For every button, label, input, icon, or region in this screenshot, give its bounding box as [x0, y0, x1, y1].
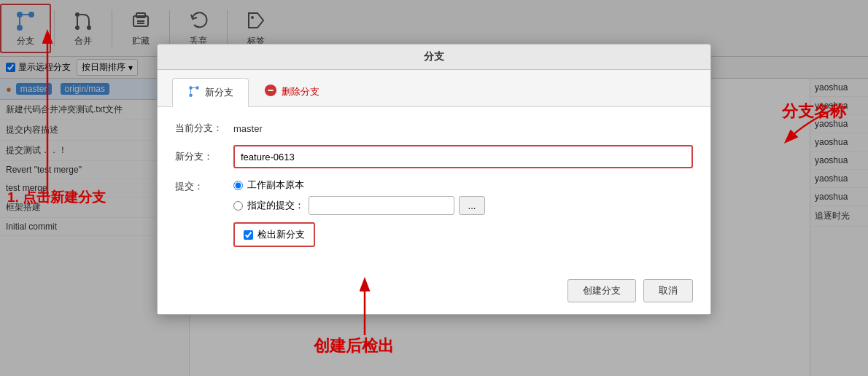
- tab-new-branch-label: 新分支: [205, 86, 233, 99]
- commit-options: 工作副本原本 指定的提交： ...: [233, 179, 485, 215]
- new-branch-input[interactable]: [233, 145, 693, 168]
- modal-body: 当前分支： master 新分支： 提交： 工作副本原本 指定: [158, 107, 710, 272]
- checkout-label: 检出新分支: [257, 228, 305, 241]
- branch-modal: 分支 新分支: [157, 44, 711, 315]
- checkout-row: 检出新分支: [233, 222, 693, 247]
- commit-option-working-copy[interactable]: 工作副本原本: [233, 179, 485, 192]
- tab-delete-branch[interactable]: 删除分支: [249, 77, 335, 106]
- current-branch-label: 当前分支：: [175, 122, 226, 135]
- tab-delete-branch-label: 删除分支: [282, 85, 319, 98]
- svg-point-14: [189, 93, 193, 97]
- commit-label: 提交：: [175, 180, 226, 193]
- commit-specific-input[interactable]: [309, 196, 454, 215]
- svg-point-15: [195, 86, 199, 90]
- current-branch-row: 当前分支： master: [175, 122, 693, 135]
- modal-overlay: 分支 新分支: [0, 0, 868, 376]
- checkout-checkbox[interactable]: [244, 230, 253, 240]
- new-branch-label: 新分支：: [175, 150, 226, 163]
- commit-option2-label: 指定的提交：: [247, 199, 304, 212]
- commit-row: 提交： 工作副本原本 指定的提交： ...: [175, 179, 693, 215]
- tab-new-branch[interactable]: 新分支: [172, 78, 249, 107]
- commit-browse-btn[interactable]: ...: [459, 196, 485, 215]
- modal-title: 分支: [158, 44, 710, 70]
- current-branch-value: master: [233, 123, 263, 134]
- modal-footer: 创建分支 取消: [158, 272, 710, 314]
- create-branch-btn[interactable]: 创建分支: [567, 279, 636, 302]
- delete-tab-icon: [264, 84, 277, 100]
- modal-tabs: 新分支 删除分支: [158, 70, 710, 107]
- cancel-btn[interactable]: 取消: [643, 279, 693, 302]
- checkout-box: 检出新分支: [233, 222, 315, 247]
- commit-option1-label: 工作副本原本: [247, 179, 304, 192]
- commit-option-specific-row: 指定的提交： ...: [233, 196, 485, 215]
- new-branch-row: 新分支：: [175, 145, 693, 168]
- branch-tab-icon: [187, 85, 201, 101]
